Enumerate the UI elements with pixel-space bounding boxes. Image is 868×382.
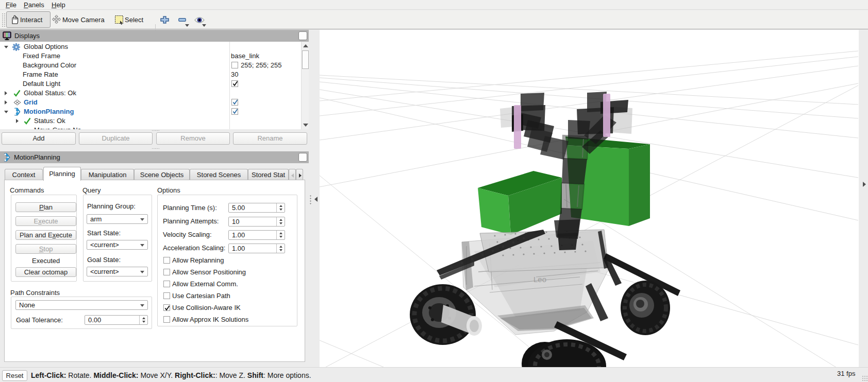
svg-text:Leo: Leo bbox=[533, 275, 546, 284]
